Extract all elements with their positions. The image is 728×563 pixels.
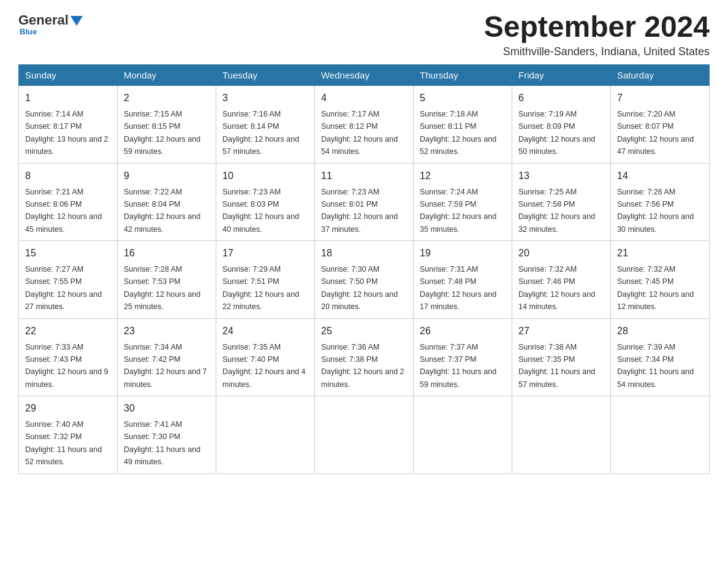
day-number: 1 xyxy=(25,91,111,105)
calendar-cell: 13Sunrise: 7:25 AMSunset: 7:58 PMDayligh… xyxy=(512,163,611,241)
day-info: Sunrise: 7:23 AMSunset: 8:03 PMDaylight:… xyxy=(222,188,299,234)
day-info: Sunrise: 7:40 AMSunset: 7:32 PMDaylight:… xyxy=(25,420,102,466)
day-number: 12 xyxy=(420,169,506,183)
day-number: 18 xyxy=(321,246,407,261)
day-info: Sunrise: 7:30 AMSunset: 7:50 PMDaylight:… xyxy=(321,265,398,311)
day-info: Sunrise: 7:19 AMSunset: 8:09 PMDaylight:… xyxy=(518,110,595,156)
day-info: Sunrise: 7:25 AMSunset: 7:58 PMDaylight:… xyxy=(518,188,595,234)
calendar-cell: 10Sunrise: 7:23 AMSunset: 8:03 PMDayligh… xyxy=(216,163,315,241)
day-number: 9 xyxy=(124,169,210,183)
calendar-week-row: 8Sunrise: 7:21 AMSunset: 8:06 PMDaylight… xyxy=(19,163,710,241)
day-number: 22 xyxy=(25,324,111,339)
day-number: 4 xyxy=(321,91,407,105)
calendar-week-row: 29Sunrise: 7:40 AMSunset: 7:32 PMDayligh… xyxy=(19,396,710,474)
calendar-cell xyxy=(414,396,512,474)
day-number: 11 xyxy=(321,169,407,183)
calendar-cell: 3Sunrise: 7:16 AMSunset: 8:14 PMDaylight… xyxy=(216,86,315,164)
calendar-cell: 28Sunrise: 7:39 AMSunset: 7:34 PMDayligh… xyxy=(611,318,710,396)
day-number: 13 xyxy=(518,169,604,183)
calendar-cell: 30Sunrise: 7:41 AMSunset: 7:30 PMDayligh… xyxy=(118,396,216,474)
calendar-cell: 23Sunrise: 7:34 AMSunset: 7:42 PMDayligh… xyxy=(118,318,216,396)
day-number: 19 xyxy=(420,246,506,261)
calendar-cell: 16Sunrise: 7:28 AMSunset: 7:53 PMDayligh… xyxy=(118,241,216,319)
calendar-table: SundayMondayTuesdayWednesdayThursdayFrid… xyxy=(18,64,710,474)
calendar-cell xyxy=(315,396,414,474)
calendar-cell: 27Sunrise: 7:38 AMSunset: 7:35 PMDayligh… xyxy=(512,318,611,396)
day-info: Sunrise: 7:28 AMSunset: 7:53 PMDaylight:… xyxy=(124,265,200,311)
day-info: Sunrise: 7:41 AMSunset: 7:30 PMDaylight:… xyxy=(124,420,200,466)
day-number: 21 xyxy=(617,246,703,261)
day-info: Sunrise: 7:29 AMSunset: 7:51 PMDaylight:… xyxy=(222,265,299,311)
weekday-header-sunday: Sunday xyxy=(19,65,118,86)
calendar-week-row: 15Sunrise: 7:27 AMSunset: 7:55 PMDayligh… xyxy=(19,241,710,319)
day-number: 8 xyxy=(25,169,111,183)
calendar-cell: 8Sunrise: 7:21 AMSunset: 8:06 PMDaylight… xyxy=(19,163,118,241)
calendar-cell: 1Sunrise: 7:14 AMSunset: 8:17 PMDaylight… xyxy=(19,86,118,164)
calendar-cell: 21Sunrise: 7:32 AMSunset: 7:45 PMDayligh… xyxy=(611,241,710,319)
day-info: Sunrise: 7:39 AMSunset: 7:34 PMDaylight:… xyxy=(617,343,694,389)
calendar-cell: 11Sunrise: 7:23 AMSunset: 8:01 PMDayligh… xyxy=(315,163,414,241)
day-number: 7 xyxy=(617,91,703,105)
page-header: General Blue September 2024 Smithville-S… xyxy=(18,12,710,58)
calendar-cell: 20Sunrise: 7:32 AMSunset: 7:46 PMDayligh… xyxy=(512,241,611,319)
day-info: Sunrise: 7:38 AMSunset: 7:35 PMDaylight:… xyxy=(518,343,595,389)
day-number: 27 xyxy=(518,324,604,339)
calendar-cell xyxy=(216,396,315,474)
day-info: Sunrise: 7:32 AMSunset: 7:45 PMDaylight:… xyxy=(617,265,694,311)
day-number: 29 xyxy=(25,401,111,416)
calendar-week-row: 22Sunrise: 7:33 AMSunset: 7:43 PMDayligh… xyxy=(19,318,710,396)
day-info: Sunrise: 7:20 AMSunset: 8:07 PMDaylight:… xyxy=(617,110,694,156)
day-number: 10 xyxy=(222,169,308,183)
weekday-header-thursday: Thursday xyxy=(414,65,512,86)
day-info: Sunrise: 7:37 AMSunset: 7:37 PMDaylight:… xyxy=(420,343,496,389)
logo: General xyxy=(18,12,83,28)
day-info: Sunrise: 7:24 AMSunset: 7:59 PMDaylight:… xyxy=(420,188,496,234)
day-number: 30 xyxy=(124,401,210,416)
calendar-cell: 26Sunrise: 7:37 AMSunset: 7:37 PMDayligh… xyxy=(414,318,512,396)
day-number: 5 xyxy=(420,91,506,105)
calendar-cell: 17Sunrise: 7:29 AMSunset: 7:51 PMDayligh… xyxy=(216,241,315,319)
calendar-cell: 18Sunrise: 7:30 AMSunset: 7:50 PMDayligh… xyxy=(315,241,414,319)
weekday-header-monday: Monday xyxy=(118,65,216,86)
calendar-cell: 9Sunrise: 7:22 AMSunset: 8:04 PMDaylight… xyxy=(118,163,216,241)
day-info: Sunrise: 7:14 AMSunset: 8:17 PMDaylight:… xyxy=(25,110,108,156)
month-year-title: September 2024 xyxy=(484,12,710,42)
day-info: Sunrise: 7:16 AMSunset: 8:14 PMDaylight:… xyxy=(222,110,299,156)
logo-blue-text: Blue xyxy=(20,27,37,36)
day-number: 14 xyxy=(617,169,703,183)
calendar-cell: 14Sunrise: 7:26 AMSunset: 7:56 PMDayligh… xyxy=(611,163,710,241)
day-info: Sunrise: 7:36 AMSunset: 7:38 PMDaylight:… xyxy=(321,343,404,389)
day-number: 3 xyxy=(222,91,308,105)
location-subtitle: Smithville-Sanders, Indiana, United Stat… xyxy=(484,45,710,58)
logo-general-text: General xyxy=(18,12,69,28)
weekday-header-tuesday: Tuesday xyxy=(216,65,315,86)
day-number: 20 xyxy=(518,246,604,261)
calendar-cell xyxy=(512,396,611,474)
logo-area: General Blue xyxy=(18,12,83,36)
day-number: 15 xyxy=(25,246,111,261)
day-info: Sunrise: 7:23 AMSunset: 8:01 PMDaylight:… xyxy=(321,188,398,234)
day-info: Sunrise: 7:21 AMSunset: 8:06 PMDaylight:… xyxy=(25,188,102,234)
day-info: Sunrise: 7:18 AMSunset: 8:11 PMDaylight:… xyxy=(420,110,496,156)
day-info: Sunrise: 7:32 AMSunset: 7:46 PMDaylight:… xyxy=(518,265,595,311)
day-info: Sunrise: 7:33 AMSunset: 7:43 PMDaylight:… xyxy=(25,343,108,389)
day-info: Sunrise: 7:22 AMSunset: 8:04 PMDaylight:… xyxy=(124,188,200,234)
day-info: Sunrise: 7:34 AMSunset: 7:42 PMDaylight:… xyxy=(124,343,207,389)
day-info: Sunrise: 7:27 AMSunset: 7:55 PMDaylight:… xyxy=(25,265,102,311)
weekday-header-row: SundayMondayTuesdayWednesdayThursdayFrid… xyxy=(19,65,710,86)
calendar-week-row: 1Sunrise: 7:14 AMSunset: 8:17 PMDaylight… xyxy=(19,86,710,164)
day-number: 28 xyxy=(617,324,703,339)
calendar-cell: 5Sunrise: 7:18 AMSunset: 8:11 PMDaylight… xyxy=(414,86,512,164)
calendar-cell: 7Sunrise: 7:20 AMSunset: 8:07 PMDaylight… xyxy=(611,86,710,164)
day-info: Sunrise: 7:17 AMSunset: 8:12 PMDaylight:… xyxy=(321,110,398,156)
calendar-cell: 12Sunrise: 7:24 AMSunset: 7:59 PMDayligh… xyxy=(414,163,512,241)
day-info: Sunrise: 7:15 AMSunset: 8:15 PMDaylight:… xyxy=(124,110,200,156)
day-number: 6 xyxy=(518,91,604,105)
calendar-cell: 29Sunrise: 7:40 AMSunset: 7:32 PMDayligh… xyxy=(19,396,118,474)
day-number: 23 xyxy=(124,324,210,339)
calendar-cell: 4Sunrise: 7:17 AMSunset: 8:12 PMDaylight… xyxy=(315,86,414,164)
day-info: Sunrise: 7:26 AMSunset: 7:56 PMDaylight:… xyxy=(617,188,694,234)
logo-triangle-icon xyxy=(70,16,83,26)
calendar-cell: 19Sunrise: 7:31 AMSunset: 7:48 PMDayligh… xyxy=(414,241,512,319)
day-info: Sunrise: 7:35 AMSunset: 7:40 PMDaylight:… xyxy=(222,343,306,389)
